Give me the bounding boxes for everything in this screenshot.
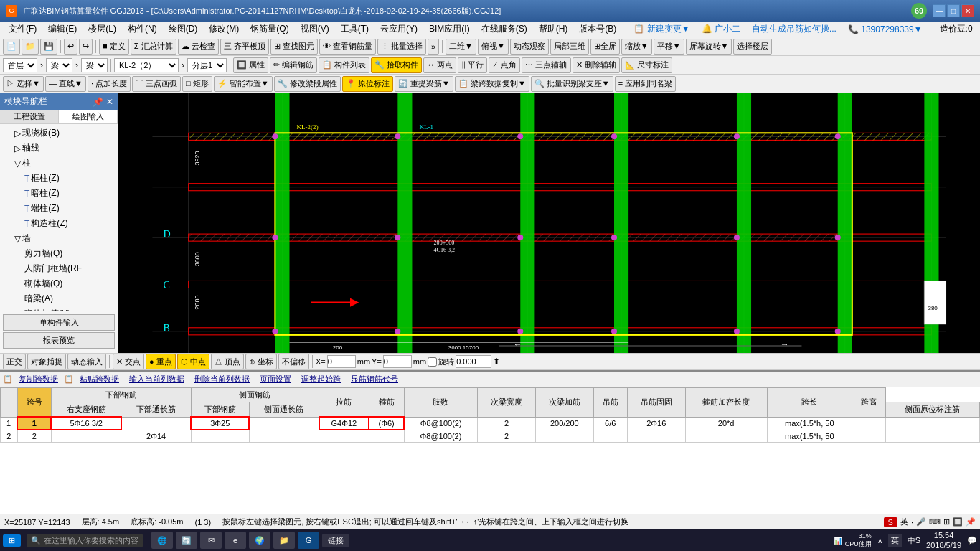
toolbar-open[interactable]: 📁 [22,39,39,55]
toolbar-define[interactable]: ■ 定义 [99,39,129,55]
cell-hanging-bar[interactable] [627,430,685,443]
toolbar-fullscreen[interactable]: ⊞全屏 [590,39,620,55]
toolbar-zoom[interactable]: 缩放▼ [621,39,652,55]
toolbar-3pt-arc[interactable]: ⌒ 三点画弧 [132,76,181,92]
sidebar-close-icon[interactable]: ✕ [106,97,113,107]
taskbar-icon-g[interactable]: G [298,532,319,549]
toolbar-line[interactable]: — 直线▼ [45,76,86,92]
toolbar-orbit[interactable]: 动态观察 [510,39,549,55]
table-row[interactable]: 1 1 5Φ16 3/2 3Φ25 G4Φ12 (Φ6) Φ8@100(2) 2… [1,417,980,430]
cell-leg-count[interactable]: 2 [478,430,536,443]
input-current-col-button[interactable]: 输入当前列数据 [125,373,189,385]
taskbar-icon-3[interactable]: ✉ [200,532,222,549]
taskbar-icon-ie2[interactable]: 🌍 [249,532,270,549]
tree-item-civil-defense[interactable]: 人防门框墙(RF [1,261,116,276]
member-subtype-select[interactable]: 梁 [81,58,108,72]
cell-stirrup-length[interactable]: max(1.5*h, 50 [767,417,852,430]
cell-stirrup[interactable]: Φ8@100(2) [404,417,478,430]
cell-hanging-bar[interactable]: 2Φ16 [627,417,685,430]
tray-notification-icon[interactable]: 💬 [967,536,977,545]
cell-side-long[interactable] [249,417,319,430]
tab-draw-input[interactable]: 绘图输入 [59,110,118,123]
sidebar-pin-icon[interactable]: 📌 [93,97,103,107]
menu-modify[interactable]: 修改(M) [203,22,245,37]
menu-file[interactable]: 文件(F) [3,22,42,37]
tab-project-settings[interactable]: 工程设置 [0,110,59,123]
taskbar-icon-ie[interactable]: e [225,532,246,549]
cell-bottom-steel[interactable]: 3Φ25 [191,417,249,430]
floor-select[interactable]: 首层 [3,58,37,72]
menu-floor[interactable]: 楼层(L) [83,22,122,37]
search-bar[interactable]: 🔍 在这里输入你要搜索的内容 [27,534,143,547]
toolbar-apply-same-name[interactable]: = 应用到同名梁 [615,76,676,92]
start-button[interactable]: ⊞ [3,534,21,547]
menu-auto-generate[interactable]: 自动生成吊筋如何操... [746,22,842,37]
snap-vertex[interactable]: △ 顶点 [211,354,244,369]
toolbar-level-top[interactable]: 三 齐平板顶 [220,39,269,55]
tree-item-hidden-beam[interactable]: 暗梁(A) [1,291,116,306]
cell-sec-beam-width[interactable] [535,430,593,443]
snap-no-offset[interactable]: 不偏移 [278,354,309,369]
taskbar-icon-folder[interactable]: 📁 [273,532,295,549]
table-row[interactable]: 2 2 2Φ14 Φ8@100(2) 2 ma [1,430,980,443]
cell-leg-count[interactable]: 2 [478,417,536,430]
tree-item-column[interactable]: ▽ 柱 [1,156,116,171]
menu-help[interactable]: 帮助(H) [533,22,574,37]
toolbar-screen-rotate[interactable]: 屏幕旋转▼ [686,39,732,55]
menu-phone[interactable]: 📞 13907298339▼ [842,23,928,36]
toolbar-copy-span[interactable]: 📋 梁跨数据复制▼ [455,76,529,92]
cell-hanging-fixed[interactable] [685,430,767,443]
cell-bottom-long[interactable] [121,417,191,430]
tree-item-frame-col[interactable]: T 框柱(Z) [1,171,116,186]
toolbar-view-dir[interactable]: 俯视▼ [478,39,509,55]
tree-item-hidden-col[interactable]: T 暗柱(Z) [1,186,116,201]
cell-right-support[interactable] [51,430,121,443]
cell-hanging-fixed[interactable]: 20*d [685,417,767,430]
cell-sec-beam-add[interactable] [593,430,627,443]
layer-select[interactable]: 分层1 [187,58,227,72]
toolbar-undo[interactable]: ↩ [64,39,77,55]
menu-component[interactable]: 构件(N) [122,22,163,37]
cell-pull-steel[interactable]: (Φ6) [369,417,404,430]
toolbar-pick-comp[interactable]: 🔧 拾取构件 [371,57,422,73]
tray-arrow-icon[interactable]: ∧ [877,537,882,545]
toolbar-select-floor[interactable]: 选择楼层 [733,39,772,55]
toolbar-comp-list[interactable]: 📋 构件列表 [319,57,369,73]
tree-item-slab[interactable]: ▷ 现浇板(B) [1,126,116,141]
toolbar-more[interactable]: » [428,39,439,55]
toolbar-origin-mark[interactable]: 📍 原位标注 [342,76,393,92]
close-button[interactable]: ✕ [961,4,974,17]
toolbar-rect[interactable]: □ 矩形 [182,76,212,92]
report-preview-button[interactable]: 报表预览 [3,332,115,349]
snap-dynamic[interactable]: 动态输入 [67,354,106,369]
menu-online[interactable]: 在线服务(S) [476,22,533,37]
toolbar-smart-place[interactable]: ⚡ 智能布置▼ [214,76,273,92]
toolbar-repick-beam[interactable]: 🔄 重提梁筋▼ [395,76,453,92]
toolbar-cloud-check[interactable]: ☁ 云检查 [178,39,219,55]
toolbar-dim-note[interactable]: 📐 尺寸标注 [621,57,672,73]
menu-new-change[interactable]: 📋 新建变更▼ [628,22,695,37]
toolbar-batch-identify[interactable]: 🔍 批量识别梁支座▼ [531,76,613,92]
snap-midpoint[interactable]: ⬡ 中点 [177,354,209,369]
toolbar-three-point-axis[interactable]: ⋯ 三点辅轴 [522,57,570,73]
snap-intersection[interactable]: ✕ 交点 [113,354,144,369]
menu-price[interactable]: 造价豆:0 [934,22,979,37]
taskbar-icon-1[interactable]: 🌐 [151,532,173,549]
x-input[interactable] [327,355,356,368]
menu-edit[interactable]: 编辑(E) [42,22,83,37]
toolbar-modify-beam-prop[interactable]: 🔧 修改梁段属性 [274,76,341,92]
show-steel-code-button[interactable]: 显筋钢筋代号 [347,373,402,385]
toolbar-point-length[interactable]: · 点加长度 [88,76,131,92]
maximize-button[interactable]: □ [947,4,960,17]
toolbar-edit-steel[interactable]: ✏ 编辑钢筋 [270,57,317,73]
tree-item-wall[interactable]: ▽ 墙 [1,231,116,246]
paste-span-data-button[interactable]: 粘贴跨数据 [75,373,123,385]
copy-span-data-button[interactable]: 复制跨数据 [14,373,62,385]
toolbar-calculate[interactable]: Σ 汇总计算 [131,39,176,55]
menu-cloud[interactable]: 云应用(Y) [374,22,423,37]
cell-right-support[interactable]: 5Φ16 3/2 [51,417,121,430]
tray-lang[interactable]: 英 [888,534,902,547]
cell-side-long[interactable] [249,430,319,443]
toolbar-2d[interactable]: 二维▼ [446,39,476,55]
cell-sec-beam-width[interactable]: 200/200 [535,417,593,430]
